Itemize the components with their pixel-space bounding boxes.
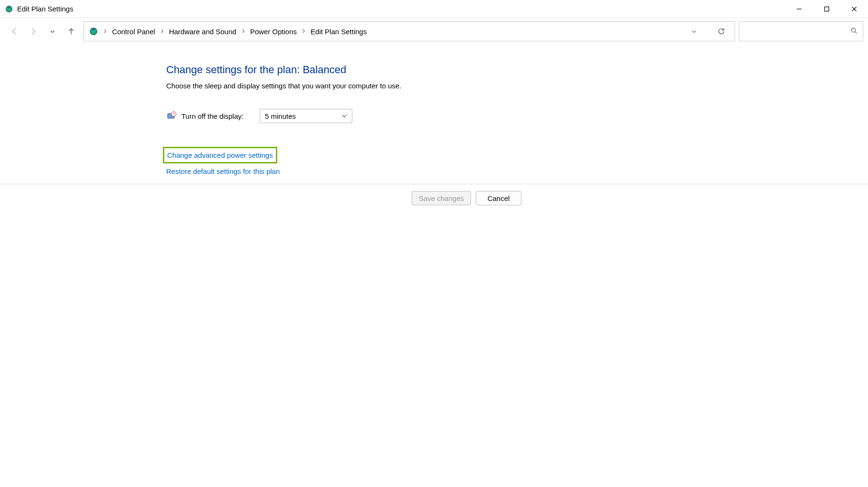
navbar: Control Panel Hardware and Sound Power O… (0, 18, 868, 45)
breadcrumb-edit-plan[interactable]: Edit Plan Settings (309, 25, 368, 38)
address-history-button[interactable] (687, 22, 700, 41)
svg-line-9 (855, 31, 857, 33)
search-box[interactable] (739, 21, 863, 41)
change-advanced-power-link[interactable]: Change advanced power settings (163, 147, 277, 163)
display-timeout-dropdown[interactable]: 5 minutes (260, 109, 352, 123)
minimize-button[interactable] (785, 0, 813, 18)
button-bar: Save changes Cancel (0, 184, 868, 212)
maximize-button[interactable] (813, 0, 840, 18)
forward-button[interactable] (24, 22, 43, 41)
window-title: Edit Plan Settings (17, 5, 73, 13)
cancel-button[interactable]: Cancel (476, 191, 521, 205)
search-icon[interactable] (850, 27, 858, 36)
up-button[interactable] (62, 22, 81, 41)
svg-rect-7 (93, 28, 94, 30)
chevron-down-icon (341, 112, 347, 120)
chevron-right-icon[interactable] (100, 28, 110, 35)
breadcrumb-power-options[interactable]: Power Options (248, 25, 299, 38)
restore-defaults-link[interactable]: Restore default settings for this plan (166, 167, 868, 175)
save-changes-button[interactable]: Save changes (412, 191, 471, 205)
breadcrumb-hardware-sound[interactable]: Hardware and Sound (167, 25, 238, 38)
back-button[interactable] (5, 22, 24, 41)
chevron-right-icon[interactable] (157, 28, 167, 35)
chevron-right-icon[interactable] (238, 28, 248, 35)
svg-rect-1 (8, 6, 10, 8)
svg-point-8 (851, 28, 855, 32)
address-bar[interactable]: Control Panel Hardware and Sound Power O… (84, 21, 735, 41)
display-setting-row: Turn off the display: 5 minutes (166, 109, 868, 123)
monitor-clock-icon (166, 111, 177, 121)
display-setting-label: Turn off the display: (181, 112, 255, 120)
close-button[interactable] (840, 0, 868, 18)
page-heading: Change settings for the plan: Balanced (166, 64, 868, 76)
dropdown-value: 5 minutes (265, 112, 296, 120)
search-input[interactable] (744, 28, 850, 35)
page-subtext: Choose the sleep and display settings th… (166, 82, 868, 90)
main-content: Change settings for the plan: Balanced C… (0, 45, 868, 175)
recent-locations-button[interactable] (43, 22, 62, 41)
app-icon (5, 5, 13, 13)
window-controls (785, 0, 868, 18)
chevron-right-icon[interactable] (299, 28, 309, 35)
titlebar: Edit Plan Settings (0, 0, 868, 18)
breadcrumb-control-panel[interactable]: Control Panel (110, 25, 157, 38)
svg-rect-3 (825, 7, 829, 11)
control-panel-icon (89, 27, 98, 36)
refresh-button[interactable] (715, 22, 728, 41)
